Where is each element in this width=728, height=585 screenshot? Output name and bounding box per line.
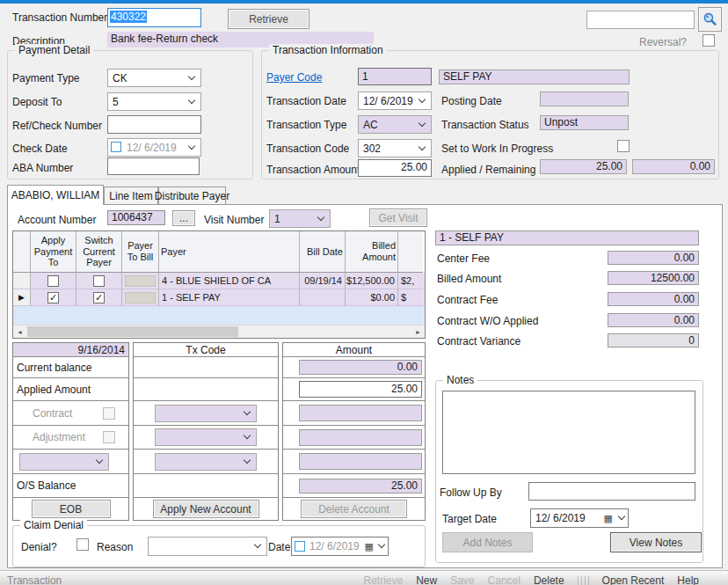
center-fee-field: 0.00 [608,251,699,265]
row-selector[interactable] [13,273,31,289]
payer-to-bill-box [125,275,156,287]
retrieve-button[interactable]: Retrieve [228,9,309,29]
allocation-date-header: 9/16/2014 [13,343,128,357]
chevron-down-icon [419,95,426,102]
current-balance-label: Current balance [13,357,128,378]
statusbar-help[interactable]: Help [677,574,699,585]
contract-txcode-combo[interactable] [155,405,257,422]
tab-line-item[interactable]: Line Item [104,186,158,205]
billed-amount-label: Billed Amount [437,273,501,285]
payer-row-self-pay[interactable]: ▶ ✓ ✓ 1 - SELF PAY $0.00 $ [13,289,425,306]
follow-up-by-input[interactable] [528,482,695,501]
adjustment-checkbox [103,431,115,443]
denial-date-checkbox[interactable] [295,541,305,552]
payment-type-combo[interactable]: CK [107,69,201,87]
adjustment-amount-row [283,426,425,450]
apply-payment-checkbox[interactable] [47,275,59,287]
switch-payer-checkbox[interactable]: ✓ [93,292,105,303]
follow-up-by-label: Follow Up By [440,486,502,499]
scroll-thumb[interactable] [27,326,238,337]
denial-checkbox[interactable] [76,538,89,551]
deposit-to-label: Deposit To [12,96,62,108]
applied-amount-row: 25.00 [283,378,425,401]
add-notes-button: Add Notes [442,532,533,552]
check-date-picker[interactable]: 12/ 6/2019 [107,138,201,157]
target-date-picker[interactable]: 12/ 6/2019 ▦ [530,508,629,528]
statusbar-delete[interactable]: Delete [534,574,564,585]
delete-account-row: Delete Account [283,498,425,520]
denial-date-picker[interactable]: 12/ 6/2019 ▦ [291,537,389,556]
txcode-blank-row [134,474,278,498]
tab-patient[interactable]: ABABIO, WILLIAM [7,185,104,205]
aba-number-input[interactable] [107,157,200,175]
statusbar-cancel: Cancel [488,574,521,585]
payer-row-blue-shield[interactable]: 4 - BLUE SHIELD OF CA 09/19/14 $12,500.0… [13,273,425,289]
set-to-wip-checkbox[interactable] [617,140,630,152]
reason-label: Reason [97,541,133,553]
calendar-icon: ▦ [604,513,613,524]
switch-payer-checkbox[interactable] [93,275,105,287]
extra-type-combo[interactable] [19,453,109,471]
apply-payment-cell[interactable]: ✓ [31,289,76,306]
statusbar-new[interactable]: New [416,574,437,585]
ref-check-number-input[interactable] [107,115,201,134]
payer-cell[interactable]: 1 - SELF PAY [159,289,300,306]
delete-account-button: Delete Account [301,500,407,518]
contract-amount-row [283,401,425,426]
col-payer: Payer [159,231,300,273]
visit-number-value: 1 [274,213,280,225]
applied-amount-input[interactable]: 25.00 [299,381,422,398]
visit-number-combo[interactable]: 1 [269,209,331,228]
apply-payment-checkbox[interactable]: ✓ [47,292,59,303]
eob-button[interactable]: EOB [32,500,111,518]
reversal-checkbox[interactable] [703,34,715,47]
notes-textarea[interactable] [442,391,695,474]
denial-reason-combo[interactable] [148,537,267,556]
tab-patient-label: ABABIO, WILLIAM [11,189,100,201]
contract-fee-field: 0.00 [608,292,699,306]
check-date-checkbox[interactable] [111,142,121,152]
statusbar-open-recent[interactable]: Open Recent [602,574,665,585]
allocation-col-amount: Amount 0.00 25.00 25.00 Delete Account [282,342,426,521]
transaction-type-combo[interactable]: AC [358,115,432,134]
adjustment-txcode-combo[interactable] [155,428,257,446]
search-button[interactable] [698,7,722,32]
applied-amount-label: Applied Amount [13,378,128,401]
contract-wo-applied-field: 0.00 [608,313,699,327]
payer-cell[interactable]: 4 - BLUE SHIELD OF CA [159,273,300,289]
extra-amount-field [299,453,422,470]
browse-account-button[interactable]: ... [172,210,195,226]
transaction-number-input[interactable]: 430322 [107,8,201,27]
payer-code-field: 1 [358,68,432,85]
transaction-amount-input[interactable]: 25.00 [358,159,432,177]
scroll-left-icon[interactable]: ◄ [13,325,26,338]
switch-payer-cell[interactable]: ✓ [76,289,122,306]
account-number-field[interactable]: 1006437 [107,210,165,225]
statusbar-menu: Retrieve New Save Cancel Delete Open Rec… [363,574,699,585]
scroll-right-icon[interactable]: ► [411,325,425,338]
search-input[interactable] [586,11,695,29]
contract-fee-label: Contract Fee [437,294,498,306]
transaction-date-value: 12/ 6/2019 [363,95,413,107]
apply-new-account-button[interactable]: Apply New Account [153,500,259,518]
denial-date-value: 12/ 6/2019 [309,540,360,552]
tab-distribute-payer[interactable]: Distribute Payer [158,186,226,205]
col-switch-current-payer: Switch Current Payer [76,231,122,273]
statusbar: Transaction Retrieve New Save Cancel Del… [0,570,728,585]
payer-code-link[interactable]: Payer Code [266,71,322,84]
grid-hscrollbar[interactable]: ◄ ► [13,325,425,338]
chevron-down-icon [618,513,625,520]
extra-txcode-combo[interactable] [155,453,257,471]
view-notes-button[interactable]: View Notes [610,532,702,552]
apply-payment-cell[interactable] [31,273,76,289]
transaction-date-combo[interactable]: 12/ 6/2019 [358,91,432,110]
chevron-down-icon [188,96,195,103]
transaction-code-combo[interactable]: 302 [358,139,432,157]
switch-payer-cell[interactable] [76,273,122,289]
chevron-down-icon [419,119,426,126]
payer-grid[interactable]: Apply Payment To Switch Current Payer Pa… [12,230,426,339]
statusbar-context-label: Transaction [7,574,62,585]
adjustment-row-label: Adjustment [13,426,128,450]
deposit-to-combo[interactable]: 5 [107,92,201,111]
payer-grid-header: Apply Payment To Switch Current Payer Pa… [13,231,425,273]
